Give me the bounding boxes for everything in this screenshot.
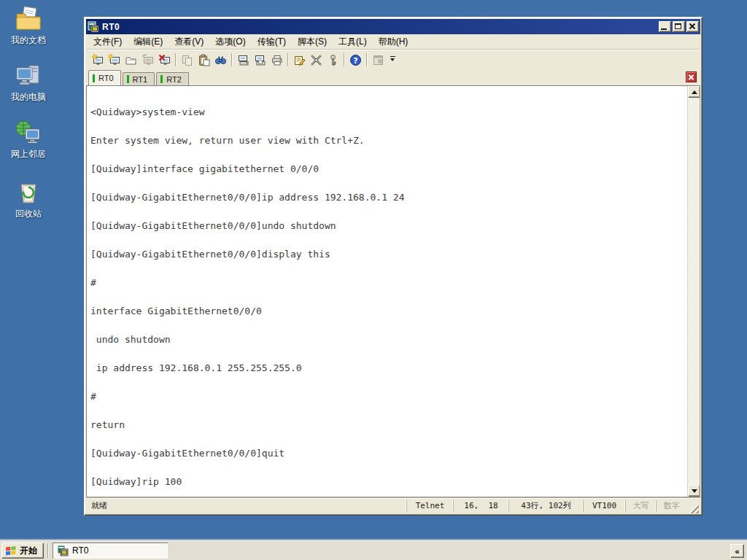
menu-script[interactable]: 脚本(S) <box>292 34 333 50</box>
tab-label: RT2 <box>166 75 182 84</box>
taskbar-divider <box>47 543 49 558</box>
terminal-line: [Quidway]rip 100 <box>90 477 684 486</box>
svg-text:?: ? <box>353 55 357 65</box>
session-connected-indicator <box>160 75 163 83</box>
window-icon[interactable] <box>370 52 387 68</box>
terminal-line: # <box>90 278 684 287</box>
desktop-icon-network-places[interactable]: 网上邻居 <box>4 118 53 160</box>
status-protocol: Telnet <box>406 500 453 512</box>
status-num-lock: 数字 <box>656 500 686 512</box>
terminal-line: undo shutdown <box>90 335 684 344</box>
toolbar-separator <box>287 53 289 66</box>
terminal-line: [Quidway-GigabitEthernet0/0/0]display th… <box>90 249 684 259</box>
desktop-icon-my-documents[interactable]: 我的文档 <box>4 4 53 47</box>
menu-options[interactable]: 选项(O) <box>209 34 251 50</box>
my-computer-icon <box>14 61 43 90</box>
terminal-screen[interactable]: <Quidway>system-view Enter system view, … <box>86 85 700 497</box>
toolbar-separator <box>231 53 233 66</box>
menu-help[interactable]: 帮助(H) <box>373 34 414 50</box>
tab-label: RT1 <box>133 75 148 84</box>
vertical-scrollbar[interactable] <box>687 86 700 497</box>
status-bar: 就绪 Telnet 16, 18 43行, 102列 VT100 大写 数字 <box>86 497 700 513</box>
print-preview-icon[interactable] <box>252 52 268 68</box>
desktop-icon-label: 我的电脑 <box>4 91 53 104</box>
recycle-bin-icon <box>14 178 43 207</box>
toolbar: ? <box>86 50 700 69</box>
global-options-icon[interactable] <box>308 52 325 68</box>
desktop-icon-my-computer[interactable]: 我的电脑 <box>4 61 53 104</box>
desktop-icon-label: 我的文档 <box>4 34 53 47</box>
app-window: RT0 文件(F) 编辑(E) 查看(V) 选项(O) 传输(T) 脚本(S) … <box>84 17 703 516</box>
disconnect-icon[interactable] <box>156 52 173 68</box>
arrow-up-icon <box>692 88 697 94</box>
title-bar[interactable]: RT0 <box>86 19 700 34</box>
connect-icon[interactable] <box>106 52 123 68</box>
maximize-icon <box>675 23 681 29</box>
terminal-line: ip address 192.168.0.1 255.255.255.0 <box>90 363 684 373</box>
minimize-icon <box>661 28 667 30</box>
minimize-button[interactable] <box>659 21 671 32</box>
menu-view[interactable]: 查看(V) <box>169 34 209 50</box>
terminal-line: [Quidway-GigabitEthernet0/0/0]ip address… <box>90 192 684 202</box>
app-icon <box>88 21 99 33</box>
chevron-down-icon <box>390 58 395 63</box>
tray-chevron-button[interactable]: « <box>730 544 744 558</box>
window-title: RT0 <box>102 22 657 32</box>
taskbar-task-rt0[interactable]: RT0 <box>53 542 168 559</box>
print-icon[interactable] <box>268 52 285 68</box>
menu-edit[interactable]: 编辑(E) <box>128 34 169 50</box>
terminal-line: [Quidway-GigabitEthernet0/0/0]undo shutd… <box>90 221 684 230</box>
connect-in-tab-icon[interactable] <box>123 52 139 68</box>
status-cursor-position: 16, 18 <box>453 500 508 512</box>
windows-logo-icon <box>5 545 17 556</box>
maximize-button[interactable] <box>673 21 685 32</box>
terminal-output: <Quidway>system-view Enter system view, … <box>90 88 684 497</box>
key-icon[interactable] <box>325 52 341 68</box>
tab-rt2[interactable]: RT2 <box>156 72 189 85</box>
toolbar-separator <box>366 53 368 66</box>
close-button[interactable] <box>686 21 699 32</box>
menu-file[interactable]: 文件(F) <box>88 34 128 50</box>
terminal-line: [Quidway]interface gigabitethernet 0/0/0 <box>90 164 684 174</box>
reconnect-icon[interactable] <box>139 52 156 68</box>
resize-grip[interactable] <box>688 502 699 513</box>
my-documents-icon <box>14 4 43 34</box>
copy-icon[interactable] <box>179 52 196 68</box>
terminal-line: [Quidway-GigabitEthernet0/0/0]quit <box>90 448 684 458</box>
toolbar-separator <box>344 53 345 66</box>
start-button[interactable]: 开始 <box>1 542 44 559</box>
session-tab-bar: RT0 RT1 RT2 <box>86 69 700 85</box>
tab-rt0[interactable]: RT0 <box>88 70 121 85</box>
session-options-icon[interactable] <box>291 52 308 68</box>
app-icon <box>57 545 69 556</box>
terminal-line: <Quidway>system-view <box>90 107 684 117</box>
status-ready: 就绪 <box>86 500 406 511</box>
task-label: RT0 <box>72 545 88 556</box>
terminal-line: interface GigabitEthernet0/0/0 <box>90 306 684 316</box>
toolbar-separator <box>175 53 177 66</box>
paste-icon[interactable] <box>196 52 212 68</box>
status-screen-size: 43行, 102列 <box>508 500 583 512</box>
scroll-up-button[interactable] <box>688 86 700 98</box>
help-icon[interactable]: ? <box>347 52 364 68</box>
find-icon[interactable] <box>212 52 229 68</box>
menu-bar: 文件(F) 编辑(E) 查看(V) 选项(O) 传输(T) 脚本(S) 工具(L… <box>86 34 700 50</box>
toolbar-overflow-button[interactable] <box>388 52 397 68</box>
desktop-icon-recycle-bin[interactable]: 回收站 <box>4 178 53 220</box>
status-emulation: VT100 <box>583 500 625 512</box>
network-places-icon <box>14 118 43 147</box>
terminal-line: Enter system view, return user view with… <box>90 136 684 145</box>
session-connected-indicator <box>93 74 95 82</box>
quick-connect-icon[interactable] <box>89 52 106 68</box>
desktop-icon-label: 网上邻居 <box>4 148 53 160</box>
tab-close-button[interactable] <box>686 71 697 82</box>
taskbar: 开始 RT0 « <box>0 540 747 560</box>
arrow-down-icon <box>692 489 697 496</box>
menu-tools[interactable]: 工具(L) <box>333 34 373 50</box>
tab-rt1[interactable]: RT1 <box>123 72 155 85</box>
start-label: 开始 <box>20 545 37 557</box>
scroll-down-button[interactable] <box>688 485 700 497</box>
menu-transfer[interactable]: 传输(T) <box>252 34 292 50</box>
tab-label: RT0 <box>98 74 114 82</box>
print-screen-icon[interactable] <box>235 52 252 68</box>
